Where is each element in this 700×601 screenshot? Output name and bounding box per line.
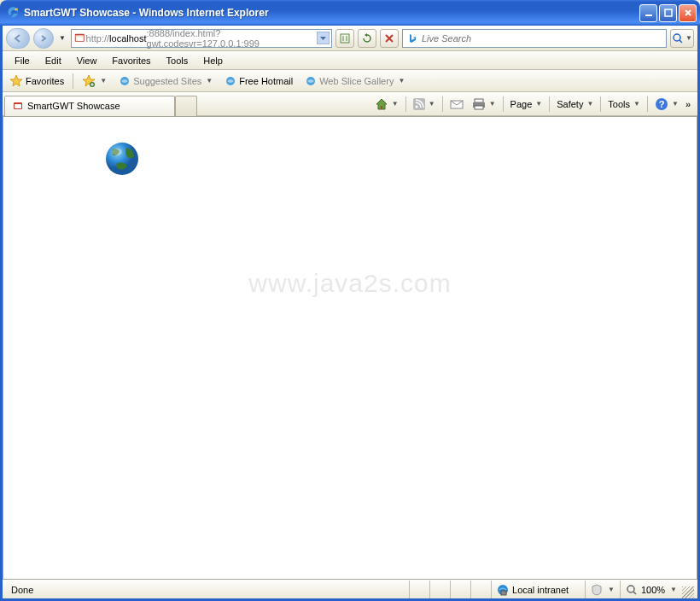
svg-rect-27 bbox=[501, 591, 506, 595]
command-bar: ▼ ▼ ▼ Page▼ Safety▼ Tools▼ ?▼ » bbox=[371, 96, 696, 113]
menu-favorites[interactable]: Favorites bbox=[105, 54, 157, 67]
forward-button[interactable] bbox=[33, 28, 54, 49]
tab-title: SmartGWT Showcase bbox=[27, 101, 120, 111]
zoom-value: 100% bbox=[641, 585, 665, 595]
compat-view-button[interactable] bbox=[335, 29, 354, 48]
menu-edit[interactable]: Edit bbox=[38, 54, 68, 67]
search-go-button[interactable]: ▼ bbox=[670, 29, 694, 48]
ie-page-icon bbox=[119, 75, 131, 87]
tools-menu[interactable]: Tools▼ bbox=[604, 97, 644, 111]
menu-bar: File Edit View Favorites Tools Help bbox=[3, 51, 697, 70]
svg-point-8 bbox=[674, 34, 680, 41]
navigation-toolbar: ▼ http://localhost:8888/index.html?gwt.c… bbox=[3, 26, 697, 51]
window-titlebar: SmartGWT Showcase - Windows Internet Exp… bbox=[0, 0, 700, 26]
window-controls bbox=[639, 4, 697, 22]
suggested-sites-label: Suggested Sites bbox=[133, 76, 201, 86]
page-content: www.java2s.com bbox=[3, 116, 697, 580]
ie-logo-icon bbox=[7, 6, 20, 20]
minimize-button[interactable] bbox=[639, 4, 657, 22]
svg-rect-1 bbox=[645, 15, 652, 16]
dropdown-icon: ▼ bbox=[100, 77, 107, 85]
print-button[interactable]: ▼ bbox=[469, 96, 499, 112]
add-favorite-button[interactable]: ▼ bbox=[79, 73, 110, 90]
feeds-button[interactable]: ▼ bbox=[410, 96, 439, 112]
tab-bar: SmartGWT Showcase ▼ ▼ ▼ Page▼ Safety▼ To… bbox=[3, 92, 697, 116]
home-button[interactable]: ▼ bbox=[371, 96, 402, 113]
svg-rect-14 bbox=[15, 104, 21, 108]
help-button[interactable]: ?▼ bbox=[651, 96, 682, 113]
zone-icon bbox=[497, 584, 509, 596]
tab-icon bbox=[12, 100, 24, 112]
zoom-icon bbox=[626, 584, 638, 596]
svg-rect-21 bbox=[475, 106, 483, 109]
suggested-sites-link[interactable]: Suggested Sites ▼ bbox=[115, 73, 216, 89]
svg-point-24 bbox=[106, 143, 138, 175]
window-title: SmartGWT Showcase - Windows Internet Exp… bbox=[24, 7, 639, 19]
toolbar-overflow[interactable]: » bbox=[684, 99, 692, 109]
refresh-button[interactable] bbox=[358, 29, 376, 48]
menu-help[interactable]: Help bbox=[196, 54, 230, 67]
status-cell bbox=[450, 581, 470, 598]
dropdown-icon: ▼ bbox=[206, 77, 213, 85]
maximize-button[interactable] bbox=[659, 4, 677, 22]
search-input[interactable] bbox=[422, 33, 662, 44]
separator bbox=[73, 73, 73, 89]
menu-view[interactable]: View bbox=[70, 54, 104, 67]
security-zone[interactable]: Local intranet bbox=[491, 581, 585, 598]
star-add-icon bbox=[82, 74, 96, 88]
web-slice-gallery-link[interactable]: Web Slice Gallery ▼ bbox=[301, 73, 408, 89]
page-menu[interactable]: Page▼ bbox=[507, 97, 546, 111]
protected-mode-cell[interactable]: ▼ bbox=[585, 581, 620, 598]
stop-button[interactable] bbox=[380, 29, 399, 48]
url-prefix: http:// bbox=[86, 33, 110, 44]
favorites-toolbar: Favorites ▼ Suggested Sites ▼ Free Hotma… bbox=[3, 70, 697, 92]
free-hotmail-link[interactable]: Free Hotmail bbox=[221, 73, 296, 89]
watermark-text: www.java2s.com bbox=[248, 269, 451, 298]
ie-page-icon bbox=[225, 75, 236, 87]
zoom-control[interactable]: 100% ▼ bbox=[620, 581, 682, 598]
search-box[interactable] bbox=[402, 29, 667, 48]
close-button[interactable] bbox=[679, 4, 697, 22]
web-slice-label: Web Slice Gallery bbox=[319, 76, 394, 86]
favorites-button[interactable]: Favorites bbox=[6, 73, 67, 90]
svg-text:?: ? bbox=[659, 99, 665, 109]
menu-tools[interactable]: Tools bbox=[160, 54, 195, 67]
status-bar: Done Local intranet ▼ 100% ▼ bbox=[3, 580, 697, 598]
svg-point-25 bbox=[112, 149, 122, 155]
status-text: Done bbox=[6, 585, 38, 595]
safety-menu[interactable]: Safety▼ bbox=[553, 97, 597, 111]
site-icon bbox=[73, 32, 86, 45]
free-hotmail-label: Free Hotmail bbox=[239, 76, 293, 86]
status-cell bbox=[429, 581, 450, 598]
status-cell bbox=[409, 581, 429, 598]
nav-history-dropdown[interactable]: ▼ bbox=[57, 34, 67, 42]
url-rest: :8888/index.html?gwt.codesvr=127.0.0.1:9… bbox=[147, 28, 317, 49]
read-mail-button[interactable] bbox=[446, 96, 467, 112]
bing-icon bbox=[406, 32, 418, 44]
window-body: ▼ http://localhost:8888/index.html?gwt.c… bbox=[0, 26, 700, 601]
shield-icon bbox=[591, 584, 603, 596]
new-tab-button[interactable] bbox=[175, 96, 197, 116]
svg-rect-2 bbox=[665, 9, 672, 16]
svg-rect-15 bbox=[381, 106, 382, 109]
svg-rect-7 bbox=[341, 34, 349, 43]
status-cell bbox=[470, 581, 491, 598]
star-icon bbox=[9, 74, 23, 88]
url-host: localhost bbox=[109, 33, 146, 44]
ie-page-icon bbox=[305, 75, 317, 87]
back-button[interactable] bbox=[6, 28, 30, 49]
zone-label: Local intranet bbox=[512, 585, 569, 595]
dropdown-icon: ▼ bbox=[398, 77, 405, 85]
svg-rect-5 bbox=[76, 35, 84, 37]
tab-active[interactable]: SmartGWT Showcase bbox=[4, 96, 175, 116]
menu-file[interactable]: File bbox=[8, 54, 37, 67]
svg-point-28 bbox=[627, 586, 634, 592]
svg-rect-19 bbox=[475, 99, 483, 102]
favorites-label: Favorites bbox=[26, 76, 64, 86]
address-dropdown-icon[interactable] bbox=[317, 32, 330, 44]
globe-icon bbox=[104, 141, 140, 177]
svg-point-17 bbox=[415, 105, 417, 108]
resize-grip[interactable] bbox=[682, 581, 694, 598]
address-bar[interactable]: http://localhost:8888/index.html?gwt.cod… bbox=[71, 29, 332, 48]
